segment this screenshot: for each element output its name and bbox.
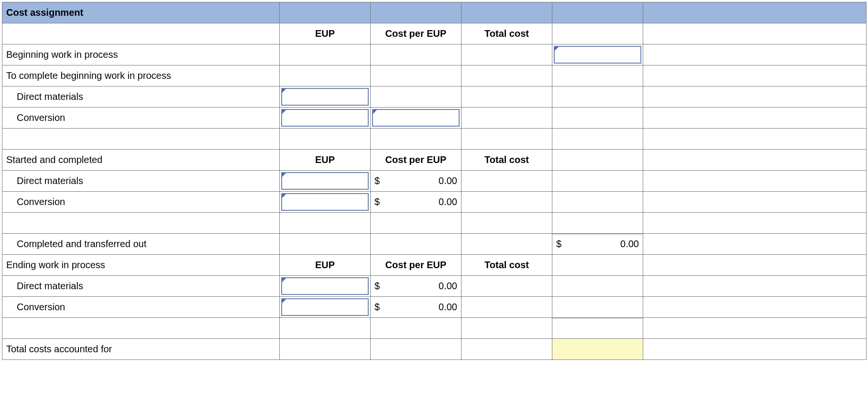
spacer [2,213,280,234]
col-cost-per-eup: Cost per EUP [371,23,461,44]
spacer [461,129,552,150]
row-bwip-label: Beginning work in process [2,44,280,65]
cell [371,234,461,255]
col-eup: EUP [280,23,371,44]
cell [461,87,552,108]
cell [552,276,643,297]
sc-dm-cpe-value: $0.00 [371,171,461,192]
spacer [2,318,280,339]
hdr-blank-5 [643,2,867,23]
cell [643,44,867,65]
bwip-conv-cpe-input[interactable] [371,108,461,129]
spacer [280,213,371,234]
cell [461,44,552,65]
spacer [280,129,371,150]
spacer [643,150,867,171]
spacer [643,318,867,339]
bwip-total-input[interactable] [552,44,643,65]
spacer [552,23,643,44]
cell [461,108,552,129]
row-total-accounted-label: Total costs accounted for [2,339,280,360]
cell [552,192,643,213]
cell [643,276,867,297]
cell [643,234,867,255]
cell [371,44,461,65]
cost-assignment-table: Cost assignment EUP Cost per EUP Total c… [2,2,867,360]
sc-conv-eup-input[interactable] [280,192,371,213]
col-total-cost: Total cost [461,23,552,44]
spacer [371,129,461,150]
cell [552,65,643,87]
col-cost-per-eup-2: Cost per EUP [371,150,461,171]
cell [643,108,867,129]
cell [552,87,643,108]
sc-dm-eup-input[interactable] [280,171,371,192]
row-sc-conv-label: Conversion [2,192,280,213]
col-cost-per-eup-3: Cost per EUP [371,255,461,276]
sc-conv-cpe-value: $0.00 [371,192,461,213]
cell [280,234,371,255]
section-title: Cost assignment [2,2,280,23]
cell [371,87,461,108]
ewip-dm-eup-input[interactable] [280,276,371,297]
col-total-cost-2: Total cost [461,150,552,171]
completed-transferred-total: $0.00 [552,234,643,255]
hdr-blank-3 [461,2,552,23]
spacer [552,129,643,150]
cell [643,87,867,108]
spacer [371,318,461,339]
cell [461,65,552,87]
hdr-blank-1 [280,2,371,23]
spacer [643,23,867,44]
cell [371,65,461,87]
spacer [461,213,552,234]
cell [280,339,371,360]
ewip-conv-eup-input[interactable] [280,297,371,318]
spacer [2,23,280,44]
row-to-complete-bwip-label: To complete beginning work in process [2,65,280,87]
row-bwip-dm-label: Direct materials [2,87,280,108]
cell [552,171,643,192]
ewip-subtotal [552,318,643,339]
cell [643,171,867,192]
spacer [280,318,371,339]
cell [280,44,371,65]
bwip-conv-eup-input[interactable] [280,108,371,129]
cell [461,171,552,192]
cell [461,276,552,297]
row-sc-dm-label: Direct materials [2,171,280,192]
hdr-blank-4 [552,2,643,23]
spacer [643,213,867,234]
hdr-blank-2 [371,2,461,23]
cell [552,297,643,318]
cell [552,108,643,129]
cell [643,65,867,87]
cell [461,234,552,255]
spacer [461,318,552,339]
cell [643,297,867,318]
cell [371,339,461,360]
row-completed-transferred-label: Completed and transferred out [2,234,280,255]
spacer [643,255,867,276]
cell [643,192,867,213]
ewip-conv-cpe-value: $0.00 [371,297,461,318]
row-ewip-label: Ending work in process [2,255,280,276]
total-accounted-value [552,339,643,360]
ewip-dm-cpe-value: $0.00 [371,276,461,297]
spacer [643,129,867,150]
spacer [552,213,643,234]
row-started-completed-label: Started and completed [2,150,280,171]
row-ewip-dm-label: Direct materials [2,276,280,297]
cell [461,297,552,318]
row-bwip-conv-label: Conversion [2,108,280,129]
col-total-cost-3: Total cost [461,255,552,276]
spacer [371,213,461,234]
spacer [2,129,280,150]
cell [280,65,371,87]
cell [461,339,552,360]
spacer [552,255,643,276]
bwip-dm-eup-input[interactable] [280,87,371,108]
cell [461,192,552,213]
row-ewip-conv-label: Conversion [2,297,280,318]
col-eup-3: EUP [280,255,371,276]
